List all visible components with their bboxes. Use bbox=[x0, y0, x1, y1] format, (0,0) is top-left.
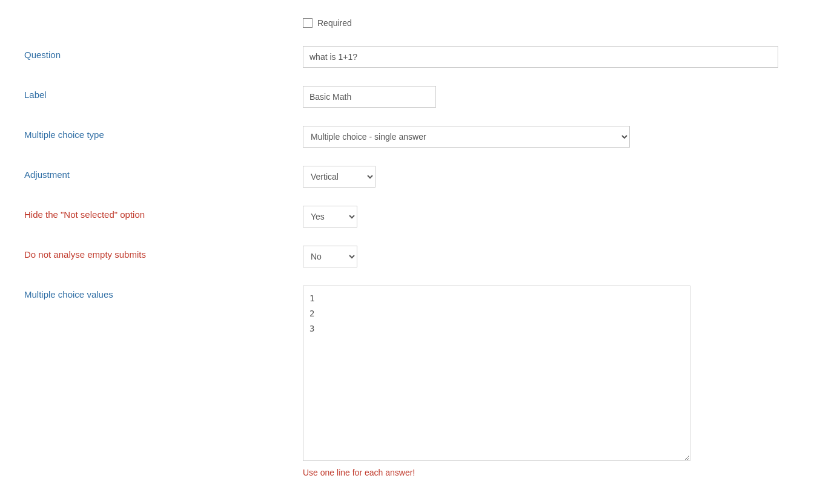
question-input[interactable] bbox=[303, 46, 778, 68]
hint-text: Use one line for each answer! bbox=[303, 468, 793, 477]
adjustment-row: Adjustment Vertical Horizontal bbox=[24, 166, 793, 188]
do-not-analyse-control: No Yes bbox=[303, 246, 793, 267]
do-not-analyse-label: Do not analyse empty submits bbox=[24, 246, 303, 260]
form-area: Required Question Label Multiple choice … bbox=[24, 18, 793, 477]
hide-not-selected-row: Hide the "Not selected" option Yes No bbox=[24, 206, 793, 227]
multiple-choice-values-control: 1 2 3 Use one line for each answer! bbox=[303, 286, 793, 477]
required-row: Required bbox=[24, 18, 793, 28]
hide-not-selected-select[interactable]: Yes No bbox=[303, 206, 357, 227]
multiple-choice-type-label: Multiple choice type bbox=[24, 126, 303, 140]
hide-not-selected-label: Hide the "Not selected" option bbox=[24, 206, 303, 220]
multiple-choice-values-label: Multiple choice values bbox=[24, 286, 303, 299]
multiple-choice-type-select[interactable]: Multiple choice - single answer Multiple… bbox=[303, 126, 630, 148]
question-row: Question bbox=[24, 46, 793, 68]
adjustment-select[interactable]: Vertical Horizontal bbox=[303, 166, 375, 188]
do-not-analyse-select[interactable]: No Yes bbox=[303, 246, 357, 267]
multiple-choice-values-row: Multiple choice values 1 2 3 Use one lin… bbox=[24, 286, 793, 477]
page-container: Required Question Label Multiple choice … bbox=[0, 0, 817, 504]
adjustment-control: Vertical Horizontal bbox=[303, 166, 793, 188]
multiple-choice-values-textarea[interactable]: 1 2 3 bbox=[303, 286, 690, 461]
multiple-choice-type-row: Multiple choice type Multiple choice - s… bbox=[24, 126, 793, 148]
do-not-analyse-row: Do not analyse empty submits No Yes bbox=[24, 246, 793, 267]
required-checkbox[interactable] bbox=[303, 18, 313, 28]
multiple-choice-type-control: Multiple choice - single answer Multiple… bbox=[303, 126, 793, 148]
question-control bbox=[303, 46, 793, 68]
label-control bbox=[303, 86, 793, 108]
required-label: Required bbox=[317, 18, 352, 28]
label-label: Label bbox=[24, 86, 303, 100]
label-input[interactable] bbox=[303, 86, 436, 108]
question-label: Question bbox=[24, 46, 303, 60]
hide-not-selected-control: Yes No bbox=[303, 206, 793, 227]
label-row: Label bbox=[24, 86, 793, 108]
adjustment-label: Adjustment bbox=[24, 166, 303, 180]
